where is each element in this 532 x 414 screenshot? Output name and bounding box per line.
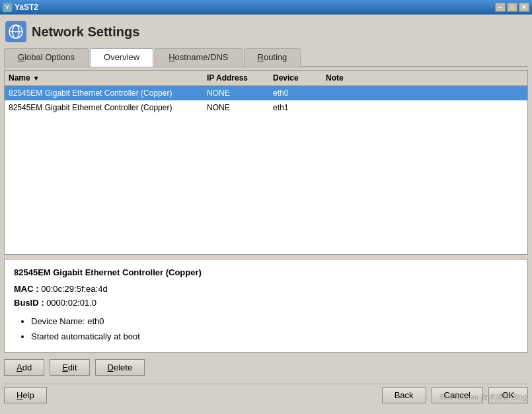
row1-note — [326, 103, 379, 112]
titlebar: Y YaST2 − □ ✕ — [0, 0, 532, 15]
restore-button[interactable]: □ — [507, 3, 517, 12]
info-title: 82545EM Gigabit Ethernet Controller (Cop… — [14, 266, 518, 280]
watermark: 51CTO.com 技术博客-Blog — [439, 392, 527, 402]
info-mac-line: MAC : 00:0c:29:5f:ea:4d — [14, 283, 518, 296]
tab-overview-label: Overview — [104, 52, 139, 62]
col-header-name: Name ▼ — [9, 73, 207, 83]
row0-note — [326, 88, 379, 98]
delete-button[interactable]: Delete — [95, 359, 145, 376]
row1-device: eth1 — [273, 103, 326, 112]
app-icon: Y — [3, 3, 12, 12]
info-bullet-0: Device Name: eth0 — [31, 315, 518, 329]
help-button[interactable]: Help — [4, 387, 47, 403]
sort-arrow-icon: ▼ — [33, 75, 40, 82]
titlebar-title: YaST2 — [15, 3, 38, 12]
tab-hostname-dns-label: Hostname/DNS — [169, 52, 228, 62]
info-bullets: Device Name: eth0 Started automatically … — [20, 315, 518, 344]
tab-overview[interactable]: Overview — [90, 48, 153, 67]
info-bullet-1: Started automatically at boot — [31, 330, 518, 344]
bottom-left: Help — [4, 387, 47, 403]
col-header-ip: IP Address — [207, 73, 273, 83]
table-body: 82545EM Gigabit Ethernet Controller (Cop… — [5, 86, 527, 115]
row0-ip: NONE — [207, 88, 273, 98]
col-header-device: Device — [273, 73, 326, 83]
titlebar-left: Y YaST2 — [3, 3, 38, 12]
page-title: Network Settings — [32, 24, 139, 40]
tab-bar: Global Options Overview Hostname/DNS Rou… — [4, 48, 528, 67]
row0-name: 82545EM Gigabit Ethernet Controller (Cop… — [9, 88, 207, 98]
tab-routing[interactable]: Routing — [244, 48, 301, 67]
back-button[interactable]: Back — [382, 387, 426, 403]
minimize-button[interactable]: − — [495, 3, 506, 12]
row1-ip: NONE — [207, 103, 273, 112]
info-mac-value: 00:0c:29:5f:ea:4d — [41, 284, 107, 294]
col-header-note: Note — [326, 73, 379, 83]
info-busid-value: 0000:02:01.0 — [46, 298, 96, 308]
titlebar-controls[interactable]: − □ ✕ — [495, 3, 529, 12]
tab-hostname-dns[interactable]: Hostname/DNS — [155, 48, 242, 67]
info-busid-label: BusID : — [14, 298, 44, 308]
content-area: Name ▼ IP Address Device Note 82545EM Gi… — [4, 67, 528, 410]
table-header: Name ▼ IP Address Device Note — [5, 71, 527, 86]
action-buttons: Add Edit Delete — [4, 357, 528, 378]
main-window: Network Settings Global Options Overview… — [0, 15, 532, 414]
network-table: Name ▼ IP Address Device Note 82545EM Gi… — [4, 70, 528, 255]
tab-global-options[interactable]: Global Options — [4, 48, 89, 67]
table-row[interactable]: 82545EM Gigabit Ethernet Controller (Cop… — [5, 100, 527, 115]
tab-global-options-label: Global Options — [18, 52, 75, 62]
tab-routing-label: Routing — [258, 52, 287, 62]
window-header: Network Settings — [4, 18, 528, 48]
close-button[interactable]: ✕ — [519, 3, 529, 12]
add-button[interactable]: Add — [4, 359, 44, 376]
table-row[interactable]: 82545EM Gigabit Ethernet Controller (Cop… — [5, 86, 527, 100]
network-settings-icon — [5, 21, 26, 42]
row1-name: 82545EM Gigabit Ethernet Controller (Cop… — [9, 103, 207, 112]
device-info-panel: 82545EM Gigabit Ethernet Controller (Cop… — [4, 259, 528, 353]
info-mac-label: MAC : — [14, 284, 39, 294]
info-busid-line: BusID : 0000:02:01.0 — [14, 296, 518, 310]
edit-button[interactable]: Edit — [50, 359, 89, 376]
row0-device: eth0 — [273, 88, 326, 98]
